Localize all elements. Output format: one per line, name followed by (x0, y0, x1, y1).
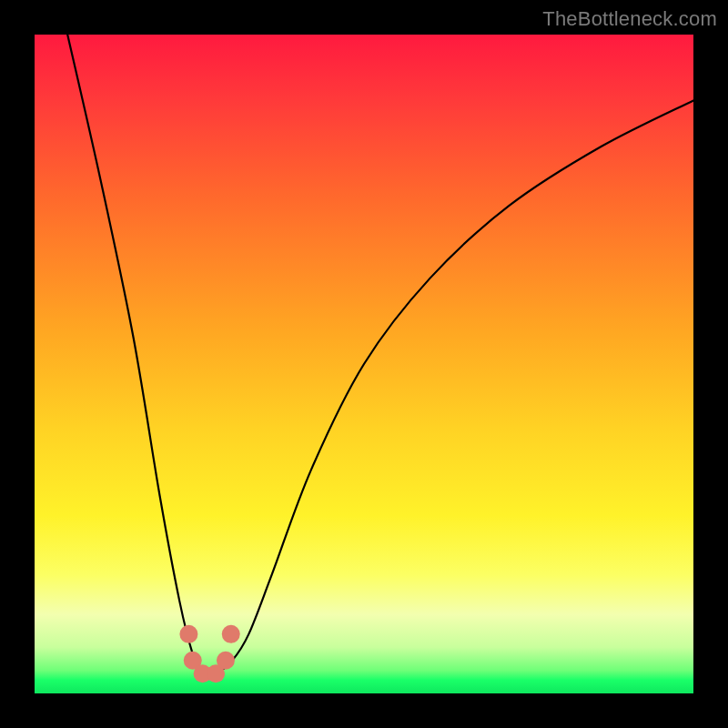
bottleneck-curve (67, 35, 693, 676)
chart-plot-area (35, 35, 693, 693)
chart-frame: TheBottleneck.com (0, 0, 728, 728)
curve-marker (217, 652, 235, 670)
curve-marker (179, 625, 197, 643)
chart-svg (35, 35, 693, 693)
curve-markers (179, 625, 239, 682)
curve-marker (222, 625, 240, 643)
watermark-text: TheBottleneck.com (542, 7, 717, 31)
